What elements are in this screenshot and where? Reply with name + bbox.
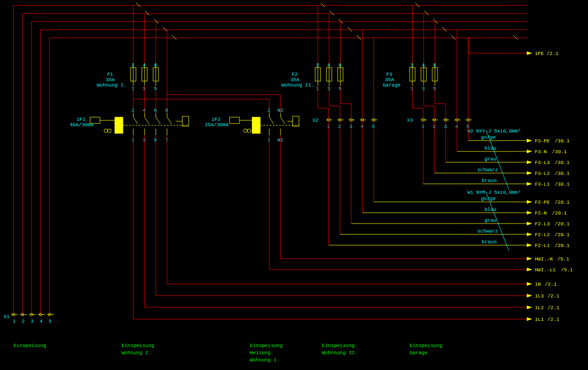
svg-text:F3-L3: F3-L3 [535,160,550,165]
svg-text:2: 2 [316,63,319,68]
svg-text:Wohnung I.: Wohnung I. [250,357,280,363]
svg-marker-207 [527,51,532,55]
svg-text:Heizung: Heizung [250,350,271,356]
svg-text:4: 4 [40,319,43,324]
svg-text:blau: blau [484,146,496,151]
svg-marker-265 [527,222,532,225]
svg-text:F3-N: F3-N [535,149,547,155]
svg-text:braun: braun [482,239,497,245]
svg-text:grau: grau [484,218,496,223]
svg-text:1N: 1N [535,282,541,287]
svg-text:5: 5 [154,137,157,143]
svg-text:3: 3 [327,86,330,91]
rcd-1F1: 1F1 40A/30mA 2 4 6 8 1 3 5 7 [70,30,189,143]
svg-rect-115 [182,116,189,126]
svg-text:2: 2 [131,108,135,113]
svg-rect-135 [252,117,260,133]
svg-text:Einspeisung: Einspeisung [410,343,443,348]
svg-marker-298 [527,306,532,309]
svg-line-15 [415,3,420,7]
svg-marker-262 [527,211,532,215]
svg-text:35A: 35A [290,77,299,82]
svg-rect-143 [293,116,299,126]
svg-line-9 [172,35,176,40]
svg-marker-278 [527,257,532,260]
svg-text:5: 5 [372,124,375,129]
svg-text:3: 3 [422,86,425,91]
pe-out: 1PE /2.1 [468,38,559,56]
rcd-1F2: 1F2 25A/30mA 2 N2 1 N1 [133,95,299,143]
outgoing-nets: W2 NYY-J 5x10,0mm² gn/ge blau grau schwa… [133,121,573,322]
svg-text:F3-L2: F3-L2 [535,171,550,176]
svg-line-18 [442,27,447,32]
svg-text:/5.1: /5.1 [557,256,570,262]
svg-point-99 [104,129,108,132]
svg-text:Wohnung II.: Wohnung II. [281,82,314,88]
x1-feeds [14,5,50,315]
svg-text:6: 6 [339,63,342,68]
svg-text:HWI.-L1: HWI.-L1 [535,267,556,273]
svg-text:2: 2 [267,108,271,113]
fuse-F1: F1 35A Wohnung I. 2 4 6 1 3 5 [97,5,158,91]
svg-text:W1 NYM-J 5x10,0mm²: W1 NYM-J 5x10,0mm² [467,190,521,195]
svg-line-7 [154,19,158,23]
svg-text:/2.1: /2.1 [545,282,557,287]
svg-line-17 [433,19,438,23]
svg-text:/30.1: /30.1 [555,171,570,176]
svg-line-141 [280,117,285,124]
svg-marker-292 [527,282,532,286]
svg-text:2: 2 [131,63,135,68]
svg-text:/30.1: /30.1 [555,138,570,144]
svg-text:grau: grau [484,156,496,162]
svg-text:/5.1: /5.1 [561,267,573,273]
svg-point-134 [247,129,251,132]
svg-rect-131 [230,117,240,123]
svg-text:6: 6 [154,108,157,113]
terminal-X1: X1 1 2 3 4 5 [4,313,54,324]
svg-marker-259 [527,200,532,204]
svg-line-14 [357,35,361,40]
svg-text:2: 2 [22,319,25,324]
svg-text:gn/ge: gn/ge [481,135,496,140]
svg-line-12 [339,19,343,23]
svg-text:Einspeisung: Einspeisung [322,343,355,348]
x1-label: X1 [4,314,10,320]
svg-text:schwarz: schwarz [477,167,498,173]
svg-line-113 [167,117,172,124]
svg-marker-230 [527,150,532,153]
fuse-F2: F2 35A Wohnung II. 2 4 6 1 3 5 [281,5,343,91]
svg-text:schwarz: schwarz [477,228,498,234]
svg-text:1: 1 [13,319,16,324]
svg-text:1L2: 1L2 [535,305,544,311]
svg-text:Wohnung I.: Wohnung I. [97,82,127,88]
svg-text:3: 3 [349,124,353,129]
svg-text:Einspeisung: Einspeisung [250,343,283,348]
svg-text:F2: F2 [292,72,298,77]
svg-point-133 [244,129,247,132]
svg-marker-301 [527,317,532,321]
svg-marker-233 [527,160,532,164]
svg-text:gn/ge: gn/ge [481,196,496,201]
svg-text:5: 5 [49,319,52,324]
svg-line-16 [424,11,429,15]
svg-text:blau: blau [484,207,496,212]
svg-text:braun: braun [482,178,497,183]
bus-bars [14,5,527,38]
svg-text:1L1: 1L1 [535,317,544,322]
svg-text:1F2: 1F2 [212,117,221,122]
svg-text:/20.1: /20.1 [555,221,570,227]
svg-text:25A/30mA: 25A/30mA [205,122,229,128]
svg-text:35A: 35A [385,77,394,82]
svg-line-20 [513,35,518,40]
fuse-F3: F3 35A Garage 2 4 6 1 3 5 [383,5,438,91]
svg-marker-239 [527,182,532,186]
svg-text:3: 3 [444,124,447,129]
svg-text:6: 6 [154,63,157,68]
svg-text:Einspeisung: Einspeisung [122,343,154,348]
svg-marker-236 [527,171,532,175]
svg-text:Wohnnung II.: Wohnnung II. [322,350,357,356]
svg-line-107 [145,117,149,124]
svg-text:/2.1: /2.1 [547,317,560,322]
svg-text:/2.1: /2.1 [547,305,560,311]
svg-marker-295 [527,294,532,297]
